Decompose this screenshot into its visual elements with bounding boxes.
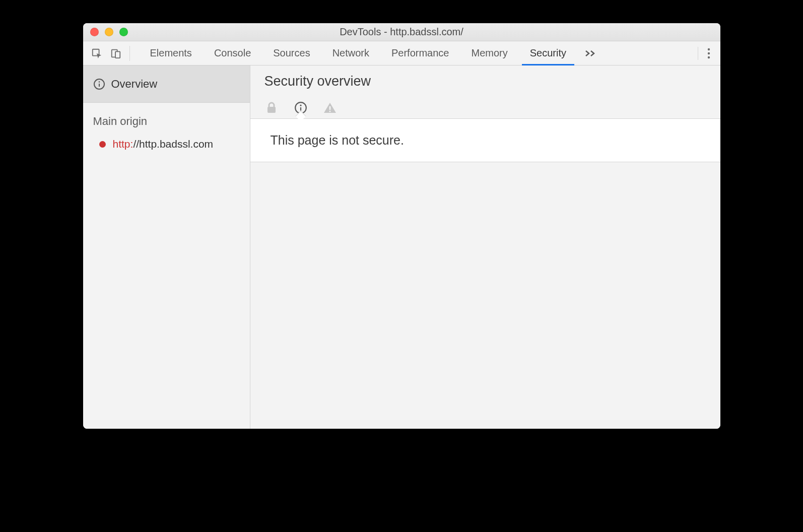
security-sidebar: Overview Main origin http://http.badssl.… [83,65,250,429]
tabbar: Elements Console Sources Network Perform… [83,41,720,65]
traffic-lights [90,28,128,36]
window-title: DevTools - http.badssl.com/ [340,26,463,38]
security-notice: This page is not secure. [250,118,720,162]
titlebar: DevTools - http.badssl.com/ [83,23,720,41]
tabbar-left-icons [88,46,130,61]
minimize-window-button[interactable] [105,28,113,36]
separator [698,47,698,60]
inspect-element-icon[interactable] [91,48,102,59]
svg-point-11 [300,105,301,106]
more-options-icon[interactable] [707,48,710,59]
tab-memory[interactable]: Memory [460,41,519,65]
svg-point-7 [98,81,100,83]
tab-elements[interactable]: Elements [139,41,203,65]
svg-rect-9 [267,107,276,113]
security-overview-title: Security overview [264,74,706,89]
tabbar-right [698,47,715,60]
svg-point-3 [707,48,709,50]
tab-console[interactable]: Console [203,41,262,65]
maximize-window-button[interactable] [119,28,128,36]
content-area: Overview Main origin http://http.badssl.… [83,65,720,429]
sidebar-section-main-origin: Main origin [83,103,250,133]
origin-host: //http.badssl.com [133,138,213,150]
tab-performance[interactable]: Performance [380,41,460,65]
device-toolbar-icon[interactable] [110,48,121,59]
main-header: Security overview [250,65,720,94]
security-indicator-row [250,94,720,117]
overflow-tabs-button[interactable] [577,41,604,65]
tabs: Elements Console Sources Network Perform… [139,41,604,65]
svg-point-14 [329,111,330,112]
tab-security[interactable]: Security [519,41,577,65]
info-icon [93,78,105,90]
sidebar-overview-label: Overview [111,78,158,91]
security-main: Security overview [250,65,720,429]
close-window-button[interactable] [90,28,99,36]
sidebar-item-origin[interactable]: http://http.badssl.com [83,133,250,155]
devtools-window: DevTools - http.badssl.com/ Elements Con… [83,23,720,429]
origin-status-dot-icon [99,141,106,148]
warning-triangle-icon [323,102,337,114]
info-indicator-icon [294,101,308,114]
svg-rect-13 [329,106,330,110]
tab-sources[interactable]: Sources [262,41,321,65]
svg-rect-2 [115,51,120,58]
origin-url: http://http.badssl.com [113,138,214,150]
secure-lock-icon [264,102,279,114]
sidebar-item-overview[interactable]: Overview [83,65,250,103]
svg-point-5 [707,56,709,58]
svg-point-4 [707,52,709,54]
tab-network[interactable]: Network [321,41,380,65]
origin-scheme: http: [113,138,133,150]
